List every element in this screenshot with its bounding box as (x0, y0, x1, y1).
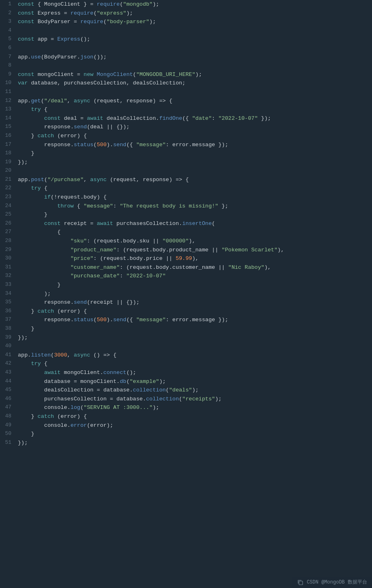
code-line-36: 36 } catch (error) { (0, 307, 372, 316)
code-line-3: 3 const BodyParser = require("body-parse… (0, 17, 372, 26)
code-line-42: 42 try { (0, 359, 372, 368)
code-line-47: 47 console.log("SERVING AT :3000..."); (0, 403, 372, 412)
code-line-10: 10 var database, purchasesCollection, de… (0, 79, 372, 88)
code-line-16: 16 } catch (error) { (0, 132, 372, 141)
code-line-39: 39 }); (0, 333, 372, 342)
code-line-46: 46 purchasesCollection = database.collec… (0, 395, 372, 404)
code-line-33: 33 } (0, 281, 372, 290)
code-line-19: 19 }); (0, 158, 372, 167)
code-line-31: 31 "customer_name": (request.body.custom… (0, 263, 372, 272)
code-line-30: 30 "price": (request.body.price || 59.99… (0, 254, 372, 263)
code-line-20: 20 (0, 166, 372, 175)
code-line-29: 29 "product_name": (request.body.product… (0, 246, 372, 255)
code-line-7: 7 app.use(BodyParser.json()); (0, 53, 372, 62)
code-block: 1 const { MongoClient } = require("mongo… (0, 0, 372, 447)
code-line-21: 21 app.post("/purchase", async (request,… (0, 175, 372, 184)
code-line-41: 41 app.listen(3000, async () => { (0, 351, 372, 360)
code-line-15: 15 response.send(deal || {}); (0, 123, 372, 132)
code-line-23: 23 if(!request.body) { (0, 193, 372, 202)
code-line-50: 50 } (0, 430, 372, 439)
svg-rect-0 (299, 581, 303, 585)
code-line-43: 43 await mongoClient.connect(); (0, 368, 372, 377)
footer-text: CSDN @MongoDB 数据平台 (307, 579, 367, 586)
code-line-5: 5 const app = Express(); (0, 35, 372, 44)
code-line-38: 38 } (0, 324, 372, 333)
copy-icon[interactable] (297, 579, 303, 586)
code-line-49: 49 console.error(error); (0, 421, 372, 430)
code-line-18: 18 } (0, 149, 372, 158)
code-line-24: 24 throw { "message": "The request body … (0, 202, 372, 211)
code-line-28: 28 "sku": (request.body.sku || "000000")… (0, 237, 372, 246)
code-line-1: 1 const { MongoClient } = require("mongo… (0, 0, 372, 9)
code-line-44: 44 database = mongoClient.db("example"); (0, 377, 372, 386)
code-line-51: 51 }); (0, 439, 372, 447)
code-line-12: 12 app.get("/deal", async (request, resp… (0, 97, 372, 106)
code-line-25: 25 } (0, 210, 372, 219)
code-line-17: 17 response.status(500).send({ "message"… (0, 141, 372, 149)
code-line-8: 8 (0, 61, 372, 70)
code-line-26: 26 const receipt = await purchasesCollec… (0, 219, 372, 228)
code-line-4: 4 (0, 26, 372, 35)
code-line-48: 48 } catch (error) { (0, 412, 372, 421)
code-line-2: 2 const Express = require("express"); (0, 9, 372, 18)
code-line-40: 40 (0, 342, 372, 351)
code-line-22: 22 try { (0, 184, 372, 193)
code-line-9: 9 const mongoClient = new MongoClient("M… (0, 70, 372, 79)
code-line-32: 32 "purchase_date": "2022-10-07" (0, 272, 372, 281)
code-line-27: 27 { (0, 228, 372, 237)
code-line-14: 14 const deal = await dealsCollection.fi… (0, 114, 372, 123)
code-line-37: 37 response.status(500).send({ "message"… (0, 316, 372, 324)
code-line-45: 45 dealsCollection = database.collection… (0, 386, 372, 395)
footer-bar: CSDN @MongoDB 数据平台 (292, 577, 372, 588)
code-line-34: 34 ); (0, 290, 372, 298)
code-line-6: 6 (0, 44, 372, 53)
code-line-13: 13 try { (0, 105, 372, 114)
code-container: 1 const { MongoClient } = require("mongo… (0, 0, 372, 588)
code-line-11: 11 (0, 88, 372, 97)
code-line-35: 35 response.send(receipt || {}); (0, 298, 372, 307)
